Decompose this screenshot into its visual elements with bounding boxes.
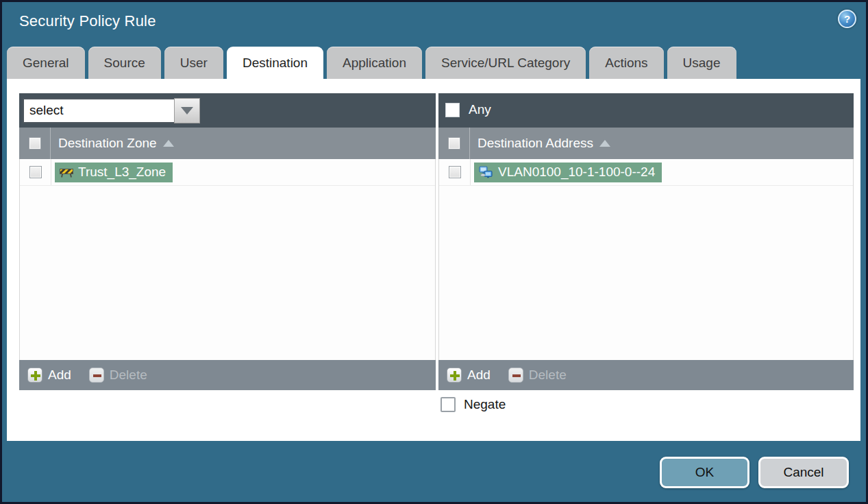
address-add-button[interactable]: Add xyxy=(447,368,491,383)
minus-icon xyxy=(89,368,104,383)
security-policy-rule-dialog: Security Policy Rule ? General Source Us… xyxy=(2,2,866,502)
tab-actions[interactable]: Actions xyxy=(589,47,663,79)
zone-delete-button[interactable]: Delete xyxy=(89,368,147,383)
table-row: VLAN0100_10-1-100-0--24 xyxy=(439,159,853,186)
any-checkbox[interactable] xyxy=(445,103,460,117)
tab-bar: General Source User Destination Applicat… xyxy=(7,47,861,79)
zone-table-body: Trust_L3_Zone xyxy=(19,159,436,360)
zone-row-label: Trust_L3_Zone xyxy=(78,165,166,180)
tab-user[interactable]: User xyxy=(164,47,223,79)
address-table-header: Destination Address xyxy=(438,128,854,159)
chevron-down-icon xyxy=(181,107,193,115)
destination-tab-content: select Destination Zone xyxy=(7,79,860,441)
tab-usage[interactable]: Usage xyxy=(667,47,736,79)
ok-button[interactable]: OK xyxy=(660,457,749,488)
tab-destination[interactable]: Destination xyxy=(227,47,323,84)
address-row-label: VLAN0100_10-1-100-0--24 xyxy=(498,165,655,180)
zone-column-header[interactable]: Destination Zone xyxy=(58,136,157,151)
address-row-checkbox[interactable] xyxy=(449,166,461,178)
address-table-body: VLAN0100_10-1-100-0--24 xyxy=(438,159,854,360)
network-address-icon xyxy=(479,166,493,178)
address-column-header[interactable]: Destination Address xyxy=(478,136,593,151)
destination-zone-panel: select Destination Zone xyxy=(19,93,436,390)
zone-row-checkbox[interactable] xyxy=(29,166,42,178)
zone-add-button[interactable]: Add xyxy=(27,368,71,383)
sort-asc-icon[interactable] xyxy=(599,140,610,147)
zone-panel-toolbar: select xyxy=(19,93,436,128)
cancel-button[interactable]: Cancel xyxy=(758,457,849,488)
tab-application[interactable]: Application xyxy=(327,47,422,79)
zone-filter-dropdown-button[interactable] xyxy=(174,98,200,123)
plus-icon xyxy=(447,368,462,383)
address-row-item[interactable]: VLAN0100_10-1-100-0--24 xyxy=(474,163,662,182)
tab-service-url-category[interactable]: Service/URL Category xyxy=(425,47,586,79)
negate-label: Negate xyxy=(464,397,506,412)
zone-table-header: Destination Zone xyxy=(19,128,436,159)
minus-icon xyxy=(508,368,523,383)
plus-icon xyxy=(27,368,42,383)
tab-general[interactable]: General xyxy=(7,47,85,79)
destination-address-panel: Any Destination Address xyxy=(438,93,854,390)
zone-icon xyxy=(60,167,73,178)
address-panel-toolbar: Any xyxy=(438,93,854,128)
tab-source[interactable]: Source xyxy=(88,47,161,79)
help-icon[interactable]: ? xyxy=(838,10,856,28)
zone-panel-footer: Add Delete xyxy=(19,360,436,390)
address-panel-footer: Add Delete xyxy=(438,360,854,390)
table-row: Trust_L3_Zone xyxy=(20,159,435,186)
any-label: Any xyxy=(469,102,491,117)
address-select-all-checkbox[interactable] xyxy=(448,137,460,149)
zone-filter-value[interactable]: select xyxy=(23,98,174,123)
zone-row-item[interactable]: Trust_L3_Zone xyxy=(55,163,173,182)
zone-select-all-checkbox[interactable] xyxy=(29,137,41,149)
dialog-title: Security Policy Rule xyxy=(19,12,156,30)
sort-asc-icon[interactable] xyxy=(163,140,174,147)
address-delete-button[interactable]: Delete xyxy=(508,368,567,383)
negate-option: Negate xyxy=(441,397,506,412)
zone-filter-select[interactable]: select xyxy=(23,98,200,123)
negate-checkbox[interactable] xyxy=(441,397,456,412)
